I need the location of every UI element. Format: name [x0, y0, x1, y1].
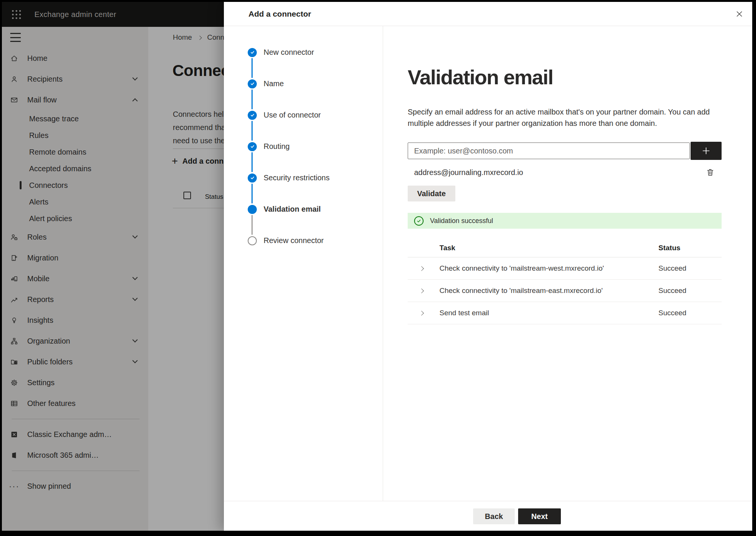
close-button[interactable]: [733, 7, 746, 21]
table-header-row: Task Status: [408, 239, 722, 257]
chevron-right-icon[interactable]: [419, 310, 424, 316]
wizard-step-routing[interactable]: Routing: [224, 131, 383, 162]
step-done-icon: [248, 111, 257, 120]
screen: Exchange admin center Home Recipients Ma…: [2, 2, 752, 531]
validation-success-banner: Validation successful: [408, 213, 722, 229]
wizard-step-use-of-connector[interactable]: Use of connector: [224, 99, 383, 131]
trash-icon: [706, 168, 715, 177]
table-row[interactable]: Send test email Succeed: [408, 302, 722, 324]
wizard-steps: New connector Name Use of connector Rout…: [224, 26, 383, 501]
add-email-button[interactable]: [691, 142, 722, 160]
delete-address-button[interactable]: [704, 166, 716, 178]
back-button[interactable]: Back: [473, 508, 515, 524]
row-status: Succeed: [658, 264, 722, 273]
step-done-icon: [248, 174, 257, 183]
panel-title: Add a connector: [248, 9, 311, 19]
wizard-step-review-connector: Review connector: [224, 225, 383, 256]
step-done-icon: [248, 142, 257, 151]
row-status: Succeed: [658, 309, 722, 317]
success-check-icon: [414, 216, 424, 226]
wizard-step-security-restrictions[interactable]: Security restrictions: [224, 162, 383, 194]
panel-main: Validation email Specify an email addres…: [383, 26, 752, 501]
validate-button[interactable]: Validate: [408, 186, 455, 201]
validation-results-table: Task Status Check connectivity to 'mails…: [408, 239, 722, 324]
banner-text: Validation successful: [430, 217, 493, 225]
step-title: Validation email: [408, 65, 722, 89]
step-todo-icon: [248, 236, 257, 245]
panel-body: New connector Name Use of connector Rout…: [224, 26, 752, 501]
next-button[interactable]: Next: [518, 508, 561, 524]
panel-footer: Back Next: [224, 501, 752, 531]
chevron-right-icon[interactable]: [419, 288, 424, 293]
step-current-icon: [248, 205, 257, 214]
task-header: Task: [439, 244, 658, 252]
email-address: address@journaling.mxrecord.io: [414, 168, 523, 177]
plus-icon: [702, 146, 711, 155]
email-input[interactable]: [408, 143, 690, 159]
row-status: Succeed: [658, 287, 722, 295]
step-done-icon: [248, 79, 257, 88]
email-address-row: address@journaling.mxrecord.io: [408, 164, 722, 180]
chevron-right-icon[interactable]: [419, 266, 424, 271]
email-input-row: [408, 142, 722, 160]
table-row[interactable]: Check connectivity to 'mailstream-west.m…: [408, 257, 722, 280]
wizard-step-new-connector[interactable]: New connector: [224, 37, 383, 68]
close-icon: [735, 10, 744, 18]
status-header: Status: [658, 244, 722, 252]
step-description: Specify an email address for an active m…: [408, 106, 722, 129]
panel-header: Add a connector: [224, 2, 752, 26]
step-done-icon: [248, 48, 257, 57]
wizard-step-validation-email[interactable]: Validation email: [224, 194, 383, 225]
add-connector-panel: Add a connector New connector Name Use o…: [224, 2, 752, 531]
wizard-step-name[interactable]: Name: [224, 68, 383, 99]
table-row[interactable]: Check connectivity to 'mailstream-east.m…: [408, 280, 722, 302]
